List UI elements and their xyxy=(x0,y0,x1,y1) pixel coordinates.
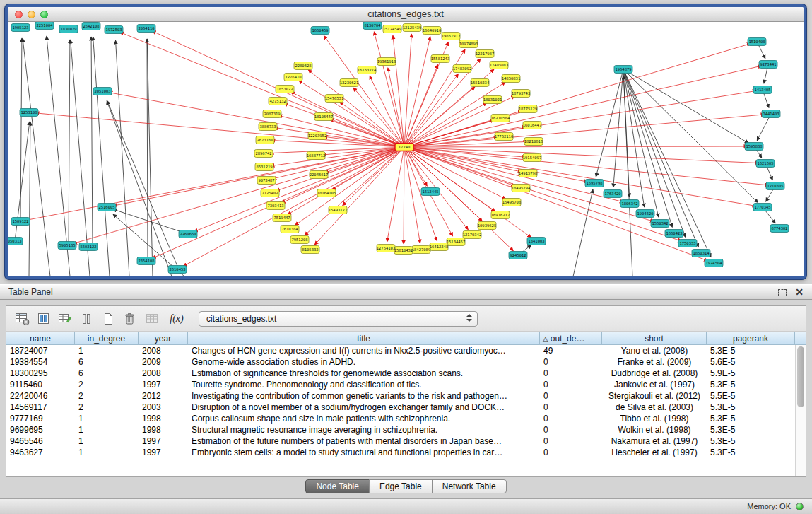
graph-node[interactable]: 9273441 xyxy=(759,61,777,69)
graph-node[interactable]: 7303413 xyxy=(266,202,285,210)
table-row[interactable]: 1830029562008Estimation of significance … xyxy=(6,368,795,379)
graph-node[interactable]: 2673160 xyxy=(256,136,274,144)
graph-node[interactable]: 18495794 xyxy=(512,185,531,192)
graph-node[interactable]: 16510234 xyxy=(471,79,490,87)
graph-node[interactable]: 3886733 xyxy=(259,123,277,131)
network-view[interactable]: 1905123225100418300292542108197250320641… xyxy=(8,22,804,276)
graph-node[interactable]: 1413405 xyxy=(753,86,772,94)
column-header-in-degree[interactable]: in_degree xyxy=(75,332,139,345)
table-row[interactable]: 1456911722003Disruption of a novel membe… xyxy=(6,402,795,413)
window-titlebar[interactable]: citations_edges.txt xyxy=(8,7,804,22)
graph-node[interactable]: 17240 xyxy=(395,144,413,151)
graph-node[interactable]: 17483092 xyxy=(453,65,472,73)
graph-node[interactable]: 18031021 xyxy=(483,96,502,104)
graph-node[interactable]: 9245012 xyxy=(509,252,527,259)
cell-year[interactable]: 1997 xyxy=(139,436,188,447)
import-table-button[interactable] xyxy=(143,310,162,327)
create-column-button[interactable] xyxy=(56,310,74,327)
cell-title[interactable]: Disruption of a novel member of a sodium… xyxy=(188,402,540,413)
graph-node[interactable]: 1972503 xyxy=(105,26,123,34)
graph-node[interactable]: 2354108 xyxy=(137,257,155,265)
graph-node[interactable]: 2064110 xyxy=(137,25,155,33)
close-button[interactable] xyxy=(15,11,23,18)
cell-short[interactable]: Dudbridge et al. (2008) xyxy=(602,368,707,379)
graph-node[interactable]: 19361913 xyxy=(377,58,396,66)
function-builder-button[interactable]: f(x) xyxy=(167,310,186,327)
graph-node[interactable]: 1509122 xyxy=(11,218,30,226)
cell-title[interactable]: Estimation of significance thresholds fo… xyxy=(188,368,540,379)
graph-node[interactable]: 16163274 xyxy=(358,66,377,74)
graph-node[interactable]: 7610384 xyxy=(281,226,299,233)
cell-pagerank[interactable]: 5.3E-5 xyxy=(707,447,795,458)
graph-node[interactable]: 1210305 xyxy=(766,182,784,190)
graph-node[interactable]: 2516005 xyxy=(98,204,116,211)
tab-network-table[interactable]: Network Table xyxy=(432,479,507,493)
cell-out_degree[interactable]: 0 xyxy=(540,390,602,402)
graph-node[interactable]: 16210584 xyxy=(491,115,510,122)
graph-node[interactable]: 6774302 xyxy=(770,225,789,233)
graph-node[interactable]: 2610453 xyxy=(168,266,187,274)
table-row[interactable]: 946362711997Embryonic stem cells: a mode… xyxy=(6,447,795,458)
graph-node[interactable]: 1763420 xyxy=(604,190,622,198)
float-panel-button[interactable] xyxy=(778,289,787,296)
row-height-button[interactable] xyxy=(77,310,95,327)
table-row[interactable]: 969969511998Structural magnetic resonanc… xyxy=(6,424,795,436)
graph-node[interactable]: 17485083 xyxy=(490,62,509,69)
cell-year[interactable]: 2012 xyxy=(139,390,188,402)
table-row[interactable]: 911546021997Tourette syndrome. Phenomeno… xyxy=(6,379,795,390)
scrollbar-thumb[interactable] xyxy=(797,346,804,407)
cell-in_degree[interactable]: 1 xyxy=(75,436,139,447)
graph-node[interactable]: 16412348 xyxy=(430,243,449,251)
column-header-name[interactable]: name xyxy=(6,332,75,345)
graph-node[interactable]: 19861912 xyxy=(442,33,461,40)
graph-node[interactable]: 16916217 xyxy=(491,211,510,219)
cell-pagerank[interactable]: 5.5E-5 xyxy=(707,390,795,402)
cell-year[interactable]: 1997 xyxy=(139,379,188,390)
cell-out_degree[interactable]: 0 xyxy=(540,402,602,413)
graph-node[interactable]: 1853022 xyxy=(276,86,294,93)
cell-short[interactable]: Hescheler et al. (1997) xyxy=(602,447,707,458)
graph-node[interactable]: 12203952 xyxy=(308,132,327,140)
cell-year[interactable]: 2008 xyxy=(139,345,188,356)
graph-node[interactable]: 1660423 xyxy=(665,230,683,238)
graph-node[interactable]: 2051003 xyxy=(93,88,112,95)
cell-name[interactable]: 9463627 xyxy=(6,447,75,458)
graph-node[interactable]: 1595838 xyxy=(745,143,763,151)
graph-node[interactable]: 8531219 xyxy=(255,163,273,171)
cell-pagerank[interactable]: 5.3E-5 xyxy=(707,436,795,447)
graph-node[interactable]: 3050313 xyxy=(8,238,23,245)
graph-node[interactable]: 1904520 xyxy=(636,210,654,218)
graph-node[interactable]: 1276410 xyxy=(284,74,302,81)
cell-year[interactable]: 2009 xyxy=(139,356,188,368)
cell-out_degree[interactable]: 0 xyxy=(540,368,602,379)
graph-node[interactable]: 7951208 xyxy=(290,236,309,244)
table-row[interactable]: 1872400712008Changes of HCN gene express… xyxy=(6,345,795,356)
cell-name[interactable]: 22420046 xyxy=(6,390,75,402)
cell-short[interactable]: de Silva et al. (2003) xyxy=(602,402,707,413)
cell-out_degree[interactable]: 49 xyxy=(540,345,602,356)
close-panel-button[interactable]: ✕ xyxy=(795,286,804,298)
graph-node[interactable]: 1964879 xyxy=(614,66,632,74)
graph-node[interactable]: 2542108 xyxy=(82,23,100,30)
cell-name[interactable]: 9115460 xyxy=(6,379,75,390)
cell-pagerank[interactable]: 5.3E-5 xyxy=(707,424,795,436)
column-header-year[interactable]: year xyxy=(139,332,188,345)
cell-title[interactable]: Embryonic stem cells: a model to study s… xyxy=(188,447,540,458)
graph-node[interactable]: 1513445 xyxy=(421,188,440,196)
graph-node[interactable]: 1595798 xyxy=(585,180,604,187)
graph-node[interactable]: 5905135 xyxy=(58,242,76,250)
graph-node[interactable]: 2280628 xyxy=(294,62,312,70)
graph-node[interactable]: 12217987 xyxy=(476,50,495,58)
cell-title[interactable]: Investigating the contribution of common… xyxy=(188,390,540,402)
cell-name[interactable]: 9465546 xyxy=(6,436,75,447)
tab-edge-table[interactable]: Edge Table xyxy=(369,479,433,493)
graph-node[interactable]: 16016447 xyxy=(523,122,542,129)
column-header-pagerank[interactable]: pagerank xyxy=(707,332,795,345)
cell-in_degree[interactable]: 1 xyxy=(75,447,139,458)
graph-node[interactable]: 16887712 xyxy=(307,152,326,160)
cell-out_degree[interactable]: 0 xyxy=(540,356,602,368)
graph-node[interactable]: 2896742 xyxy=(254,150,273,158)
graph-node[interactable]: 15610432 xyxy=(394,247,413,255)
column-header-title[interactable]: title xyxy=(188,332,540,345)
graph-node[interactable]: 12170342 xyxy=(463,231,482,239)
